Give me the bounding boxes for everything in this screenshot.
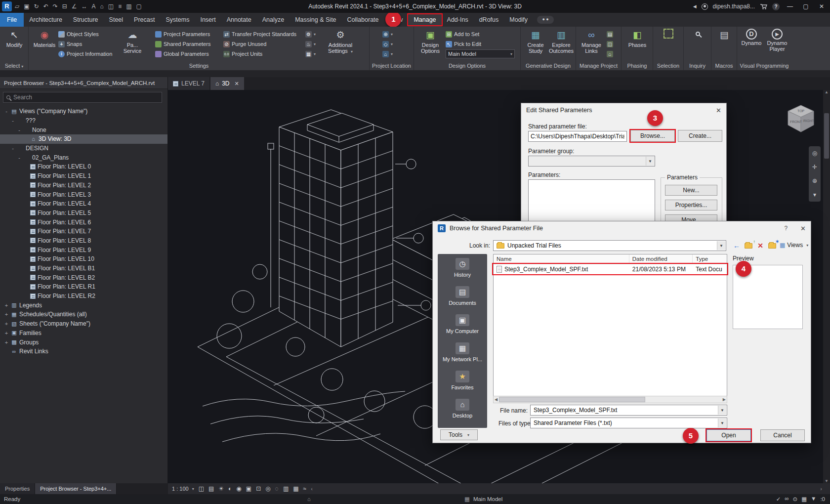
pinned-select-icon[interactable]: ⊙ xyxy=(793,496,798,503)
back-icon[interactable]: ← xyxy=(731,240,742,251)
pan-icon[interactable]: ✛ xyxy=(812,164,817,170)
properties-tab[interactable]: Properties xyxy=(0,483,35,494)
shadows-icon[interactable]: ◐ xyxy=(228,485,232,492)
project-information-button[interactable]: iProject Information xyxy=(58,49,119,58)
close-icon[interactable]: ✕ xyxy=(716,107,721,114)
materials-button[interactable]: ◉ Materials xyxy=(33,29,56,48)
place-documents[interactable]: ▤Documents xyxy=(438,286,487,314)
text-icon[interactable]: A xyxy=(92,3,96,10)
modify-button[interactable]: ↖ Modify xyxy=(2,29,26,48)
tree-item[interactable]: Floor Plan: LEVEL 7 xyxy=(0,227,167,236)
visual-style-icon[interactable]: ◫ xyxy=(199,485,204,492)
tree-item[interactable]: Floor Plan: LEVEL 2 xyxy=(0,181,167,190)
mep-settings-button[interactable]: ♨▾ xyxy=(305,40,322,48)
ribbon-tab-drofus[interactable]: dRofus xyxy=(474,13,504,27)
views-button[interactable]: ▦ Views ▾ xyxy=(780,242,808,249)
detail-level-icon[interactable]: ▤ xyxy=(208,485,214,492)
ribbon-tab-add-ins[interactable]: Add-Ins xyxy=(442,13,474,27)
save-icon[interactable]: ▣ xyxy=(24,3,29,10)
place-network[interactable]: ▦My Network Pl... xyxy=(438,342,487,371)
delete-icon[interactable]: ✕ xyxy=(755,240,766,251)
viewcube[interactable]: TOP FRONT RIGHT xyxy=(783,100,819,138)
tree-item[interactable]: -None xyxy=(0,125,167,134)
tree-item[interactable]: Floor Plan: LEVEL 10 xyxy=(0,254,167,264)
tree-item[interactable]: Floor Plan: LEVEL 4 xyxy=(0,199,167,209)
infocenter-collapse-icon[interactable]: ◀ xyxy=(693,4,697,9)
3d-home-icon[interactable]: ⌂ xyxy=(100,3,104,10)
help-icon[interactable]: ? xyxy=(772,3,780,10)
open-button[interactable]: Open 5 xyxy=(706,429,751,441)
project-units-button[interactable]: 0.0Project Units xyxy=(223,49,301,58)
column-type[interactable]: Type xyxy=(693,254,727,264)
project-browser-search[interactable] xyxy=(3,92,162,103)
create-study-button[interactable]: ▦ CreateStudy xyxy=(524,29,547,54)
dimension-icon[interactable]: ↔ xyxy=(82,3,87,10)
create-button[interactable]: Create... xyxy=(678,130,722,142)
file-name-input[interactable]: Step3_Complex_Model_SPF.txt ▼ xyxy=(530,405,727,416)
tree-item[interactable]: +▩Groups xyxy=(0,337,167,347)
reveal-hidden-elements-icon[interactable]: ◌ xyxy=(275,485,279,492)
ribbon-options-pill[interactable]: ● ● xyxy=(537,16,554,24)
project-parameters-button[interactable]: Project Parameters xyxy=(155,30,220,39)
decal-types-button[interactable]: ◫ xyxy=(607,40,619,48)
close-icon[interactable]: ✕ xyxy=(800,225,806,232)
viewbar-collapse-icon[interactable]: ‹ xyxy=(311,486,313,492)
measure-icon[interactable]: ∠ xyxy=(72,3,77,10)
ribbon-tab-annotate[interactable]: Annotate xyxy=(221,13,257,27)
column-date-modified[interactable]: Date modified xyxy=(629,254,693,264)
tree-item[interactable]: -??? xyxy=(0,116,167,126)
worksharing-display-icon[interactable]: ▦ xyxy=(293,485,298,492)
parameter-group-select[interactable]: ▼ xyxy=(528,156,655,167)
explore-outcomes-button[interactable]: ▥ ExploreOutcomes xyxy=(549,29,573,54)
tree-item[interactable]: +▦Schedules/Quantities (all) xyxy=(0,310,167,319)
underlay-select-icon[interactable]: ▦ xyxy=(801,496,807,503)
windows-icon[interactable]: ▢ xyxy=(136,3,142,10)
pick-to-edit-button[interactable]: ↖Pick to Edit xyxy=(446,40,515,48)
active-design-option-select[interactable]: Main Model▾ xyxy=(446,49,515,58)
ribbon-tab-structure[interactable]: Structure xyxy=(68,13,104,27)
new-folder-icon[interactable]: ✶ xyxy=(767,240,778,251)
tree-item[interactable]: Floor Plan: LEVEL B2 xyxy=(0,273,167,282)
dialog-help-icon[interactable]: ? xyxy=(784,225,788,232)
crop-region-visible-icon[interactable]: ⊡ xyxy=(256,485,261,492)
tree-item[interactable]: Floor Plan: LEVEL 3 xyxy=(0,190,167,199)
scrollbar-thumb[interactable] xyxy=(824,113,829,159)
new-parameter-button[interactable]: New... xyxy=(665,185,717,196)
coordinates-button[interactable]: ⊕▾ xyxy=(382,30,402,39)
file-list-hscrollbar[interactable]: ◀ ▶ xyxy=(493,396,727,403)
column-name[interactable]: Name xyxy=(494,254,629,264)
ribbon-tab-massing-site[interactable]: Massing & Site xyxy=(290,13,341,27)
minimize-button[interactable]: — xyxy=(785,3,795,10)
undo-icon[interactable]: ↶ xyxy=(43,3,48,10)
file-row[interactable]: Step3_Complex_Model_SPF.txt21/08/2023 5:… xyxy=(494,264,727,274)
options-icon[interactable]: ▾ xyxy=(813,191,816,198)
location-button[interactable]: ⌂▾ xyxy=(382,49,402,58)
tree-item[interactable]: -02_GA_Plans xyxy=(0,153,167,162)
tree-item[interactable]: -DESIGN xyxy=(0,144,167,153)
tree-item[interactable]: Floor Plan: LEVEL 1 xyxy=(0,171,167,181)
link-select-icon[interactable]: ∞ xyxy=(785,496,788,503)
active-design-option-label[interactable]: Main Model xyxy=(473,496,502,502)
canvas-vertical-scrollbar[interactable]: ▲ ▼ xyxy=(823,90,830,483)
tree-item[interactable]: Floor Plan: LEVEL R2 xyxy=(0,292,167,301)
print-icon[interactable]: ⊟ xyxy=(62,3,67,10)
ribbon-tab-file[interactable]: File xyxy=(0,13,24,27)
files-of-type-select[interactable]: Shared Parameter Files (*.txt) ▼ xyxy=(530,418,727,428)
user-name[interactable]: dipesh.thapa8... xyxy=(713,3,755,10)
place-desktop[interactable]: ⌂Desktop xyxy=(438,399,487,427)
store-cart-icon[interactable] xyxy=(760,3,767,10)
close-view-icon[interactable]: ✕ xyxy=(235,81,239,87)
tree-item[interactable]: Floor Plan: LEVEL 8 xyxy=(0,236,167,246)
design-options-status-icon[interactable]: ▦ xyxy=(464,496,470,503)
ribbon-tab-view[interactable]: View xyxy=(384,13,409,27)
tree-item[interactable]: +▧Sheets ("Company Name") xyxy=(0,319,167,329)
purge-unused-button[interactable]: ⊘Purge Unused xyxy=(223,40,301,48)
cancel-button[interactable]: Cancel xyxy=(760,429,805,441)
open-icon[interactable]: ▱ xyxy=(15,3,19,10)
transfer-project-standards-button[interactable]: ⇄Transfer Project Standards xyxy=(223,30,301,39)
selection-button[interactable] xyxy=(661,29,676,39)
ribbon-tab-insert[interactable]: Insert xyxy=(195,13,221,27)
tree-item[interactable]: +▥Legends xyxy=(0,300,167,310)
steering-wheel-icon[interactable]: ◎ xyxy=(812,150,817,157)
measure-button[interactable] xyxy=(692,32,704,36)
